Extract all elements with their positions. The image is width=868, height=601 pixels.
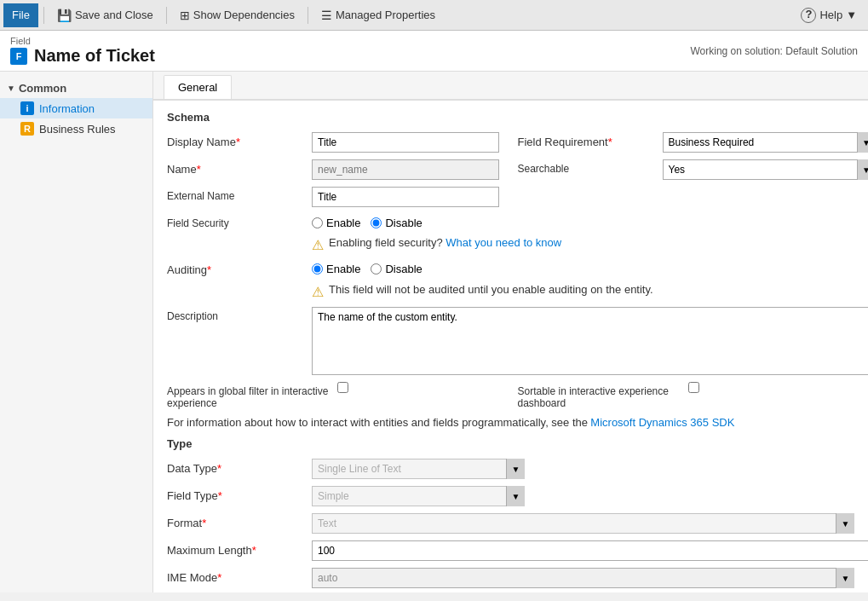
display-name-required-star: * — [236, 136, 240, 148]
field-type-control: Simple ▼ — [312, 486, 854, 506]
appears-filter-checkbox[interactable] — [337, 382, 348, 393]
format-control: Text ▼ — [312, 513, 854, 534]
toolbar-right: Help ▼ — [793, 3, 865, 27]
field-requirement-required-star: * — [608, 136, 612, 148]
format-label: Format* — [167, 513, 312, 529]
max-length-input[interactable] — [312, 540, 868, 561]
name-label: Name* — [167, 159, 312, 176]
schema-section-title: Schema — [167, 111, 854, 124]
auditing-disable-option[interactable]: Disable — [371, 263, 422, 275]
field-security-radio-group: Enable Disable — [312, 214, 423, 229]
help-icon — [801, 8, 816, 23]
max-length-label-text: Maximum Length — [167, 544, 252, 557]
header-left: Field F Name of Ticket — [10, 36, 155, 66]
sortable-col: Sortable in interactive experience dashb… — [511, 382, 855, 409]
field-icon: F — [10, 48, 27, 65]
sidebar-business-rules-label: Business Rules — [39, 123, 116, 136]
save-close-label: Save and Close — [75, 9, 153, 21]
field-security-enable-label: Enable — [326, 217, 360, 229]
sidebar-information-label: Information — [39, 102, 95, 115]
name-control — [312, 159, 511, 180]
max-length-row: Maximum Length* — [167, 540, 854, 561]
field-requirement-select[interactable]: No Constraint Business Recommended Busin… — [663, 132, 869, 153]
ime-mode-label: IME Mode* — [167, 568, 312, 584]
auditing-enable-radio[interactable] — [312, 263, 323, 274]
save-close-button[interactable]: Save and Close — [49, 3, 161, 27]
name-input[interactable] — [312, 159, 499, 180]
header: Field F Name of Ticket Working on soluti… — [0, 31, 868, 72]
format-required-star: * — [202, 517, 206, 529]
main-layout: ▼ Common i Information R Business Rules … — [0, 72, 868, 592]
information-icon: i — [20, 101, 34, 115]
sortable-checkbox[interactable] — [688, 382, 699, 393]
data-type-label: Data Type* — [167, 459, 312, 475]
field-security-disable-option[interactable]: Disable — [371, 217, 422, 229]
data-type-select[interactable]: Single Line of Text — [312, 459, 525, 479]
field-security-warning-icon: ⚠ — [312, 237, 324, 253]
help-button[interactable]: Help ▼ — [793, 3, 865, 27]
file-button[interactable]: File — [3, 3, 38, 27]
format-select[interactable]: Text — [312, 513, 854, 534]
what-you-need-to-know-link[interactable]: What you need to know — [445, 236, 561, 249]
field-type-select[interactable]: Simple — [312, 486, 525, 506]
managed-properties-button[interactable]: Managed Properties — [313, 3, 443, 27]
field-type-select-wrap: Simple ▼ — [312, 486, 525, 506]
external-name-label: External Name — [167, 187, 312, 202]
description-row: Description — [167, 307, 854, 375]
format-label-text: Format — [167, 517, 202, 529]
toolbar: File Save and Close Show Dependencies Ma… — [0, 0, 868, 31]
managed-props-label: Managed Properties — [336, 9, 435, 21]
help-label: Help — [819, 9, 842, 21]
field-security-disable-radio[interactable] — [371, 217, 382, 228]
field-type-label: Field Type* — [167, 486, 312, 502]
sdk-link[interactable]: Microsoft Dynamics 365 SDK — [590, 416, 734, 429]
info-icon-shape: i — [20, 101, 34, 115]
ime-mode-select-wrap: auto active inactive disabled ▼ — [312, 568, 854, 588]
field-security-enable-option[interactable]: Enable — [312, 217, 360, 229]
display-name-row: Display Name* Field Requirement* No Cons… — [167, 132, 854, 153]
ime-mode-select[interactable]: auto active inactive disabled — [312, 568, 854, 588]
auditing-enable-option[interactable]: Enable — [312, 263, 360, 275]
tab-general[interactable]: General — [164, 75, 232, 99]
external-name-input[interactable] — [312, 187, 499, 207]
toolbar-sep-1 — [43, 7, 44, 24]
page-title: Name of Ticket — [34, 46, 155, 66]
searchable-control: Yes No ▼ — [663, 159, 869, 180]
display-name-input[interactable] — [312, 132, 499, 153]
description-label: Description — [167, 307, 312, 322]
field-security-control: Enable Disable — [312, 214, 854, 229]
business-rules-icon: R — [20, 122, 34, 136]
format-row: Format* Text ▼ — [167, 513, 854, 534]
show-dependencies-button[interactable]: Show Dependencies — [172, 3, 302, 27]
sidebar-item-business-rules[interactable]: R Business Rules — [0, 118, 152, 139]
field-security-enable-radio[interactable] — [312, 217, 323, 228]
format-select-wrap: Text ▼ — [312, 513, 854, 534]
type-section: Type Data Type* Single Line of Text ▼ — [167, 437, 854, 588]
auditing-disable-radio[interactable] — [371, 263, 382, 274]
searchable-label: Searchable — [518, 159, 663, 175]
sidebar-item-information[interactable]: i Information — [0, 98, 152, 118]
help-chevron-icon: ▼ — [846, 9, 857, 21]
auditing-label-text: Auditing — [167, 263, 207, 276]
data-type-row: Data Type* Single Line of Text ▼ — [167, 459, 854, 479]
sortable-checkbox-control — [688, 382, 855, 393]
warning-field-security-text: Enabling field security? — [329, 236, 443, 249]
working-on-solution: Working on solution: Default Solution — [690, 45, 858, 57]
field-requirement-col: Field Requirement* No Constraint Busines… — [511, 132, 869, 153]
name-col: Name* — [167, 159, 511, 180]
external-name-row: External Name — [167, 187, 854, 207]
sortable-label: Sortable in interactive experience dashb… — [518, 382, 688, 409]
sidebar-common-section[interactable]: ▼ Common — [0, 78, 152, 98]
external-name-control — [312, 187, 854, 207]
auditing-row: Auditing* Enable Disable — [167, 260, 854, 276]
description-textarea[interactable] — [312, 307, 868, 375]
searchable-col: Searchable Yes No ▼ — [511, 159, 869, 180]
field-security-label: Field Security — [167, 214, 312, 229]
name-required-star: * — [197, 163, 201, 176]
auditing-radio-group: Enable Disable — [312, 260, 423, 275]
field-security-row: Field Security Enable Disable — [167, 214, 854, 229]
field-security-warning-text: Enabling field security? What you need t… — [329, 236, 561, 249]
auditing-warning-text: This field will not be audited until you… — [329, 283, 653, 296]
searchable-select[interactable]: Yes No — [663, 159, 869, 180]
name-row: Name* Searchable Yes No ▼ — [167, 159, 854, 180]
